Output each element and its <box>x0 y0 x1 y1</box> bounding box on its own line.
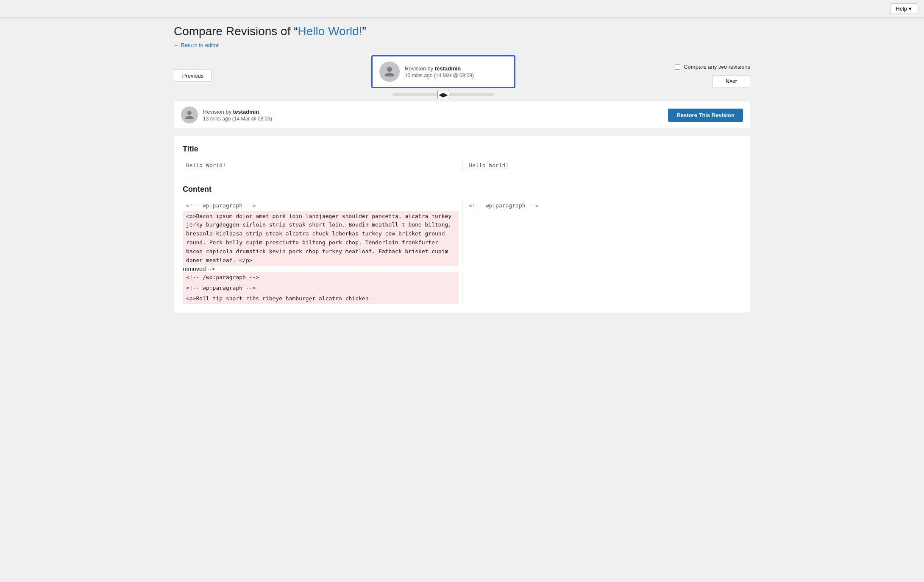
diff-left-wp-comment: <!-- wp:paragraph --> <box>183 201 459 211</box>
revision-bar-left: Revision by testadmin 13 mins ago (14 Ma… <box>181 106 272 123</box>
tooltip-time: 13 mins ago (14 Mar @ 08:09) <box>405 73 474 78</box>
tooltip-revision-by: Revision by testadmin <box>405 65 474 72</box>
slider-thumb[interactable]: ◀▶ <box>437 90 449 99</box>
diff-removed-text: <p>Bacon ipsum dolor amet pork loin land… <box>183 211 459 266</box>
diff-wrap: Title Hello World! Hello World! Content … <box>174 136 750 313</box>
post-title-link[interactable]: Hello World! <box>298 25 362 38</box>
diff-content-comment-row: <!-- wp:paragraph --> <!-- wp:paragraph … <box>183 201 741 211</box>
page-title: Compare Revisions of “Hello World!” <box>174 25 750 38</box>
diff-content-section-header: Content <box>183 185 741 194</box>
top-bar: Help ▾ <box>0 0 924 18</box>
diff-right-title-value: Hello World! <box>466 160 742 171</box>
next-button[interactable]: Next <box>712 75 750 87</box>
diff-wp-paragraph2-row: <!-- wp:paragraph --> <box>183 283 741 294</box>
diff-removed-right-col <box>466 211 742 266</box>
tooltip-avatar <box>379 62 400 82</box>
diff-content-right-comment: <!-- wp:paragraph --> <box>466 201 742 211</box>
revision-bar-avatar <box>181 106 198 123</box>
user-icon <box>384 66 395 78</box>
slider-area: Previous Revision by testadmin <box>174 55 750 96</box>
slider-track[interactable]: ◀▶ <box>392 93 494 96</box>
diff-title-columns: Hello World! Hello World! <box>183 160 741 171</box>
diff-removed-left-col: <p>Bacon ipsum dolor amet pork loin land… <box>183 211 459 266</box>
help-arrow: ▾ <box>909 6 912 12</box>
previous-button[interactable]: Previous <box>174 70 212 82</box>
diff-wp-end-row: <!-- /wp:paragraph --> <box>183 272 741 283</box>
diff-left-title-value: Hello World! <box>183 160 459 171</box>
diff-wp-paragraph2-left: <!-- wp:paragraph --> <box>183 283 459 294</box>
diff-wp-end-right <box>466 272 742 283</box>
help-label: Help <box>896 6 907 12</box>
diff-content2-row: <p>Ball tip short ribs ribeye hamburger … <box>183 294 741 304</box>
revision-by-line: Revision by testadmin <box>203 109 272 115</box>
diff-wp-end-left: <!-- /wp:paragraph --> <box>183 272 459 283</box>
title-prefix: Compare Revisions of “ <box>174 25 298 38</box>
restore-revision-button[interactable]: Restore This Revision <box>668 109 743 122</box>
revision-bar: Revision by testadmin 13 mins ago (14 Ma… <box>174 101 750 129</box>
diff-removed-block-row: <p>Bacon ipsum dolor amet pork loin land… <box>183 211 741 266</box>
revision-tooltip-card: Revision by testadmin 13 mins ago (14 Ma… <box>371 55 515 88</box>
diff-title-left: Hello World! <box>183 160 459 171</box>
main-wrap: Compare Revisions of “Hello World!” ← Re… <box>165 18 759 320</box>
diff-content2-divider <box>462 294 462 304</box>
avatar-user-icon <box>184 110 195 120</box>
diff-title-right: Hello World! <box>466 160 742 171</box>
right-controls: Compare any two revisions Next <box>675 64 750 87</box>
revision-info: Revision by testadmin 13 mins ago (14 Ma… <box>203 109 272 122</box>
diff-title-section-header: Title <box>183 145 741 154</box>
diff-title-divider <box>462 160 462 171</box>
diff-wp-paragraph2-divider <box>462 283 462 294</box>
diff-right-wp-comment: <!-- wp:paragraph --> <box>466 201 742 211</box>
diff-content2-right <box>466 294 742 304</box>
diff-removed-divider <box>462 211 462 266</box>
diff-wp-end-divider <box>462 272 462 283</box>
compare-label[interactable]: Compare any two revisions <box>684 64 750 70</box>
diff-content2-left: <p>Ball tip short ribs ribeye hamburger … <box>183 294 459 304</box>
diff-removed-wp-paragraph2: <!-- wp:paragraph --> <box>183 283 459 294</box>
diff-content-comment-divider <box>462 201 462 211</box>
help-button[interactable]: Help ▾ <box>890 3 917 14</box>
diff-wp-paragraph2-right <box>466 283 742 294</box>
return-to-editor-link[interactable]: ← Return to editor <box>174 42 219 48</box>
tooltip-text: Revision by testadmin 13 mins ago (14 Ma… <box>405 65 474 78</box>
slider-container: Revision by testadmin 13 mins ago (14 Ma… <box>212 55 675 96</box>
title-suffix: ” <box>362 25 366 38</box>
diff-content-left-comment: <!-- wp:paragraph --> <box>183 201 459 211</box>
compare-area: Compare any two revisions <box>675 64 750 70</box>
diff-section-divider <box>183 178 741 178</box>
revision-author: testadmin <box>233 109 259 115</box>
diff-removed-content2: <p>Ball tip short ribs ribeye hamburger … <box>183 294 459 304</box>
diff-removed-wp-end: <!-- /wp:paragraph --> <box>183 272 459 283</box>
tooltip-author: testadmin <box>435 65 461 72</box>
compare-two-revisions-checkbox[interactable] <box>675 64 680 70</box>
revision-time-line: 13 mins ago (14 Mar @ 08:09) <box>203 116 272 122</box>
